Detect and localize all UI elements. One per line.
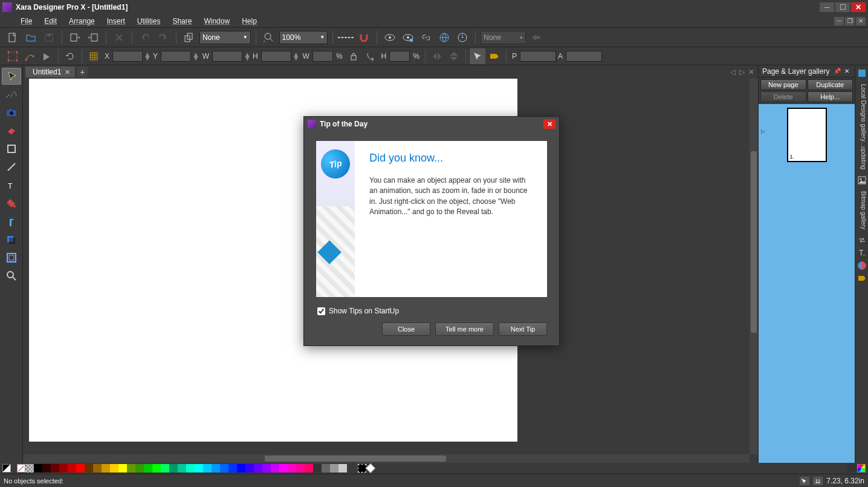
selection-bounds-icon[interactable] [5,48,21,64]
shape-tool[interactable] [2,140,21,157]
selector-tool[interactable] [2,68,21,85]
color-swatch[interactable] [85,464,93,472]
color-swatch[interactable] [262,464,271,472]
vertical-scrollbar[interactable] [750,79,758,454]
publish-button[interactable] [455,30,470,45]
current-colors-indicator[interactable] [2,464,11,472]
export-button[interactable] [85,30,101,45]
window-maximize-button[interactable]: ☐ [835,2,850,12]
window-minimize-button[interactable]: ─ [820,2,834,12]
color-swatch[interactable] [127,464,135,472]
color-swatch[interactable] [338,464,347,472]
duplicate-button[interactable]: Duplicate [808,79,853,90]
bitmap-gallery-tab[interactable]: Bitmap gallery [857,188,867,233]
live-drag-indicator[interactable] [800,477,809,485]
x-field[interactable] [112,51,143,62]
color-swatch[interactable] [144,464,152,472]
color-swatch[interactable] [212,464,220,472]
save-document-button[interactable] [41,30,57,45]
color-swatch[interactable] [76,464,85,472]
lock-aspect-button[interactable] [346,48,361,64]
dialog-title-bar[interactable]: Tip of the Day ✕ [304,117,559,131]
color-gallery-icon[interactable] [857,260,867,271]
black-diamond-swatch[interactable] [358,464,366,472]
transparency-tool[interactable] [2,213,21,230]
names-button[interactable] [487,48,502,64]
checker-swatch[interactable] [25,464,34,472]
menu-insert[interactable]: Insert [101,16,131,27]
menu-arrange[interactable]: Arrange [63,16,101,27]
bitmap-gallery-icon[interactable] [857,175,867,186]
designs-gallery-icon[interactable] [857,68,867,79]
mdi-minimize-button[interactable]: ─ [834,17,844,25]
color-swatch[interactable] [42,464,51,472]
end-swatch-1[interactable] [847,464,856,472]
color-swatch[interactable] [186,464,195,472]
tab-close-button[interactable]: ✕ [65,68,70,76]
color-swatch[interactable] [169,464,178,472]
menu-share[interactable]: Share [166,16,198,27]
bevel-tool[interactable] [2,249,21,266]
menu-edit[interactable]: Edit [38,16,63,27]
line-tool[interactable] [2,159,21,175]
transparency-icon[interactable] [39,48,54,64]
color-swatch[interactable] [102,464,110,472]
snap-toggle-button[interactable] [356,30,372,45]
tab-next-button[interactable]: ▷ [738,68,746,76]
window-close-button[interactable]: ✕ [851,2,866,12]
horizontal-scrollbar[interactable] [23,454,750,463]
dialog-close-button[interactable]: ✕ [543,119,555,129]
color-swatch[interactable] [59,464,68,472]
color-editor-button[interactable] [857,464,866,472]
page-thumbnail[interactable]: 1. [787,108,827,162]
undo-button[interactable] [137,30,153,45]
photo-tool[interactable] [2,104,21,121]
new-page-button[interactable]: New page [760,79,806,90]
import-button[interactable] [67,30,83,45]
w-field[interactable] [212,51,242,62]
x-spinner[interactable]: ▲▼ [144,53,151,60]
color-swatch[interactable] [313,464,322,472]
color-swatch[interactable] [305,464,313,472]
delete-button[interactable] [111,30,127,45]
menu-file[interactable]: File [15,16,38,27]
mdi-close-button[interactable]: ✕ [856,17,866,25]
shadow-tool[interactable] [2,231,21,248]
menu-window[interactable]: Window [198,16,236,27]
h-pct-field[interactable] [389,51,410,62]
color-swatch[interactable] [330,464,338,472]
swap-colors-icon[interactable] [857,235,867,246]
snap-indicator[interactable] [813,477,823,485]
preview-page-button[interactable] [400,30,416,45]
rotate-icon[interactable] [62,48,78,64]
tab-prev-button[interactable]: ◁ [729,68,737,76]
zoom-tool[interactable] [2,267,21,284]
color-swatch[interactable] [237,464,245,472]
color-swatch[interactable] [152,464,161,472]
dialog-next-btn[interactable]: Next Tip [499,322,547,336]
open-document-button[interactable] [23,30,39,45]
menu-utilities[interactable]: Utilities [131,16,167,27]
color-swatch[interactable] [228,464,237,472]
page-thumbnails[interactable]: ▷ 1. [759,104,855,463]
a-field[interactable] [566,51,602,62]
redo-button[interactable] [155,30,171,45]
document-tab[interactable]: Untitled1 ✕ [25,67,75,77]
grid-icon[interactable] [86,48,102,64]
apply-name-button[interactable] [528,30,544,45]
expand-toggle[interactable]: ▷ [761,128,765,134]
fill-tool[interactable] [2,195,21,212]
freehand-tool[interactable] [2,86,21,103]
text-gallery-icon[interactable]: T [857,247,867,258]
color-swatch[interactable] [135,464,144,472]
y-field[interactable] [161,51,191,62]
line-tool-icon[interactable] [22,48,37,64]
link-button[interactable] [418,30,434,45]
color-swatch[interactable] [195,464,203,472]
text-tool[interactable]: T [2,177,21,194]
zoom-combo[interactable]: 100%▼ [279,31,328,44]
designs-gallery-tab[interactable]: Local Designs gallery...updating [857,80,867,173]
gallery-pin-button[interactable]: 📌 [832,68,843,74]
color-swatch[interactable] [245,464,254,472]
name-combo[interactable]: None▸ [481,31,526,44]
